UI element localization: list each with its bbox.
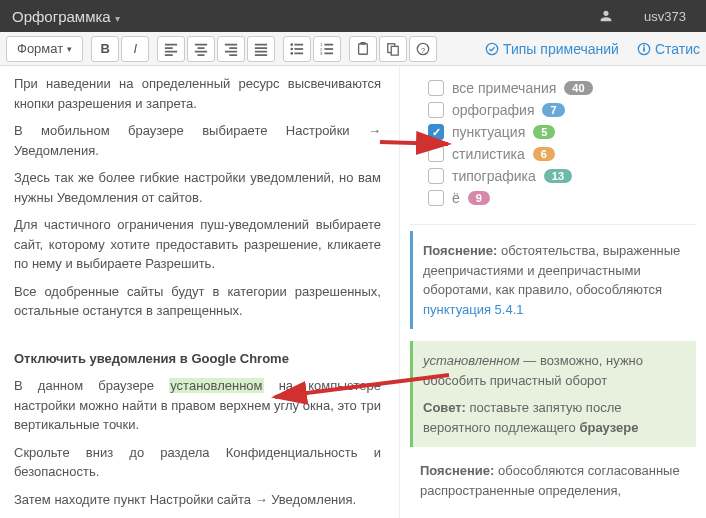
paragraph: В мобильном браузере выбираете Настройки… bbox=[14, 121, 381, 160]
highlighted-word[interactable]: установленном bbox=[169, 378, 263, 393]
svg-rect-21 bbox=[643, 44, 645, 46]
svg-point-2 bbox=[291, 47, 294, 50]
paragraph: Здесь так же более гибкие настройки увед… bbox=[14, 168, 381, 207]
align-justify-button[interactable] bbox=[247, 36, 275, 62]
paragraph: Скрольте вниз до раздела Конфиденциально… bbox=[14, 443, 381, 482]
svg-rect-7 bbox=[325, 43, 334, 45]
list-ul-button[interactable] bbox=[283, 36, 311, 62]
svg-rect-3 bbox=[295, 48, 304, 50]
paragraph: В данном браузере установленном на компь… bbox=[14, 376, 381, 435]
count-badge: 6 bbox=[533, 147, 555, 161]
toolbar: Формат ▾ B I 123 ? Типы примечаний Стати… bbox=[0, 32, 706, 66]
svg-rect-1 bbox=[295, 43, 304, 45]
filter-all[interactable]: все примечания40 bbox=[428, 80, 692, 96]
count-badge: 9 bbox=[468, 191, 490, 205]
align-center-button[interactable] bbox=[187, 36, 215, 62]
brand[interactable]: Орфограммка▾ bbox=[12, 8, 120, 25]
checkbox[interactable] bbox=[428, 102, 444, 118]
note-explanation[interactable]: Пояснение: обстоятельства, выраженные де… bbox=[410, 231, 696, 329]
editor-pane[interactable]: При наведении на определенный ресурс выс… bbox=[0, 66, 400, 518]
checkbox[interactable] bbox=[428, 80, 444, 96]
svg-rect-15 bbox=[391, 46, 398, 55]
svg-text:?: ? bbox=[421, 45, 426, 54]
paste-button[interactable] bbox=[349, 36, 377, 62]
filter-yo[interactable]: ё9 bbox=[428, 190, 692, 206]
side-panel: все примечания40 орфография7 пунктуация5… bbox=[400, 66, 706, 518]
top-bar: Орфограммка▾ usv373 bbox=[0, 0, 706, 32]
checkbox-checked[interactable] bbox=[428, 124, 444, 140]
italic-button[interactable]: I bbox=[121, 36, 149, 62]
filter-orthography[interactable]: орфография7 bbox=[428, 102, 692, 118]
filters: все примечания40 орфография7 пунктуация5… bbox=[410, 74, 696, 225]
main-area: При наведении на определенный ресурс выс… bbox=[0, 66, 706, 518]
svg-rect-5 bbox=[295, 52, 304, 54]
count-badge: 7 bbox=[542, 103, 564, 117]
paragraph: Все одобренные сайты будут в категории р… bbox=[14, 282, 381, 321]
align-left-button[interactable] bbox=[157, 36, 185, 62]
paragraph: Затем находите пункт Настройки сайта → У… bbox=[14, 490, 381, 510]
checkbox[interactable] bbox=[428, 146, 444, 162]
help-button[interactable]: ? bbox=[409, 36, 437, 62]
svg-rect-20 bbox=[643, 47, 645, 51]
format-dropdown[interactable]: Формат ▾ bbox=[6, 36, 83, 62]
user-icon[interactable] bbox=[598, 8, 614, 24]
svg-point-4 bbox=[291, 52, 294, 55]
list-ol-button[interactable]: 123 bbox=[313, 36, 341, 62]
filter-style[interactable]: стилистика6 bbox=[428, 146, 692, 162]
checkbox[interactable] bbox=[428, 190, 444, 206]
paragraph: Для частичного ограничения пуш-уведомлен… bbox=[14, 215, 381, 274]
checkbox[interactable] bbox=[428, 168, 444, 184]
chevron-down-icon: ▾ bbox=[115, 13, 120, 24]
note-types-link[interactable]: Типы примечаний bbox=[485, 41, 619, 57]
count-badge: 5 bbox=[533, 125, 555, 139]
svg-point-0 bbox=[291, 43, 294, 46]
note-suggestion[interactable]: установленном — возможно, нужно обособит… bbox=[410, 341, 696, 447]
note-explanation-2[interactable]: Пояснение: обособляются согласованные ра… bbox=[410, 459, 696, 510]
heading: Отключить уведомления в Google Chrome bbox=[14, 349, 381, 369]
bold-button[interactable]: B bbox=[91, 36, 119, 62]
svg-rect-12 bbox=[359, 43, 368, 54]
count-badge: 40 bbox=[564, 81, 592, 95]
rule-link[interactable]: пунктуация 5.4.1 bbox=[423, 302, 524, 317]
stats-link[interactable]: Статис bbox=[637, 41, 700, 57]
copy-button[interactable] bbox=[379, 36, 407, 62]
filter-punctuation[interactable]: пунктуация5 bbox=[428, 124, 692, 140]
svg-rect-13 bbox=[361, 42, 366, 45]
svg-rect-11 bbox=[325, 52, 334, 54]
paragraph: При наведении на определенный ресурс выс… bbox=[14, 74, 381, 113]
count-badge: 13 bbox=[544, 169, 572, 183]
filter-typography[interactable]: типографика13 bbox=[428, 168, 692, 184]
align-right-button[interactable] bbox=[217, 36, 245, 62]
svg-rect-9 bbox=[325, 48, 334, 50]
username[interactable]: usv373 bbox=[644, 9, 686, 24]
svg-text:3: 3 bbox=[320, 51, 323, 56]
